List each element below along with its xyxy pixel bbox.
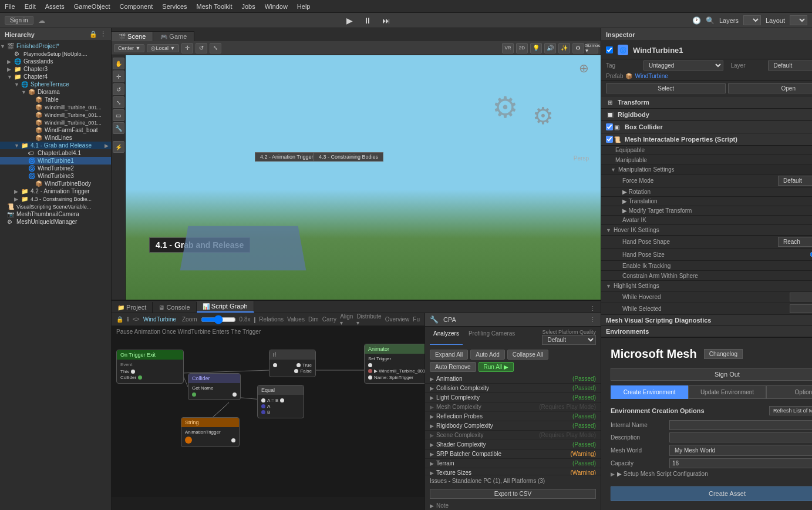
step-button[interactable]: ⏭ [379, 16, 394, 25]
box-collider-enabled[interactable] [606, 123, 613, 130]
hand-pose-shape-select[interactable]: Reach [778, 237, 812, 247]
platform-quality-select[interactable]: Default [542, 335, 596, 345]
tab-project[interactable]: 📁 Project [112, 302, 153, 313]
setup-mesh-script-row[interactable]: ▶ ▶ Setup Mesh Script Configuration [611, 471, 812, 477]
manipulation-settings-section[interactable]: ▼ Manipulation Settings [601, 165, 812, 175]
list-item[interactable]: 🌀 WindTurbine2 [0, 165, 111, 172]
list-item[interactable]: ▼ 📦 Diorama [0, 88, 111, 96]
tab-create-environment[interactable]: Create Environment [611, 385, 688, 399]
list-item[interactable]: ▶ 📁 4.3 - Constraining Bodie... [0, 195, 111, 203]
object-enabled-checkbox[interactable] [606, 46, 613, 53]
cpa-row-terrain[interactable]: ▶ Terrain (Passed) [425, 459, 601, 468]
highlight-settings-header[interactable]: ▼ Highlight Settings [601, 281, 812, 291]
menu-window[interactable]: Window [265, 3, 288, 10]
list-item[interactable]: ▶ 📁 4.2 - Animation Trigger [0, 187, 111, 195]
move-tool[interactable]: ✛ [181, 43, 193, 53]
cpa-row-light[interactable]: ▶ Light Complexity (Passed) [425, 393, 601, 402]
graph-canvas[interactable]: Pause Animation Once WindTurbine Enters … [112, 326, 424, 497]
local-dropdown[interactable]: ◎Local ▼ [147, 44, 179, 52]
list-item[interactable]: ▼ 📁 4.1 - Grab and Release ▶ [0, 142, 111, 149]
tab-scene[interactable]: 🎬 Scene [112, 31, 153, 41]
tab-options[interactable]: Options [766, 385, 812, 399]
layers-dropdown[interactable] [743, 15, 761, 25]
menu-services[interactable]: Services [162, 3, 187, 10]
align-dropdown[interactable]: Align ▾ [340, 313, 353, 326]
translation-field[interactable]: ▶ Translation [601, 197, 812, 206]
environments-header[interactable]: Environments ⋮ [601, 326, 812, 337]
rect-tool-btn[interactable]: ▭ [113, 109, 124, 121]
tab-game[interactable]: 🎮 Game [153, 31, 194, 41]
list-item[interactable]: ▶ 📁 Chapter3 [0, 65, 111, 73]
list-item[interactable]: ▶ 🌐 Grasslands [0, 58, 111, 65]
fx-icon[interactable]: ✨ [558, 43, 570, 53]
fu-label[interactable]: Fu [413, 316, 420, 323]
list-item[interactable]: ▼ 📁 Chapter4 [0, 73, 111, 80]
cpa-row-srp[interactable]: ▶ SRP Batcher Compatible (Warning) [425, 449, 601, 459]
capacity-input[interactable] [669, 458, 812, 468]
layer-select[interactable]: Default [768, 61, 812, 71]
node-on-trigger-exit[interactable]: On Trigger Exit Event This [116, 350, 184, 384]
box-collider-component-header[interactable]: ▣ Box Collider ⚙ ? ⋮ [601, 121, 812, 133]
extra-tool-btn[interactable]: ⚡ [113, 141, 124, 153]
overview-label[interactable]: Overview [385, 316, 410, 323]
light-icon[interactable]: 💡 [530, 43, 542, 53]
cpa-row-scene[interactable]: ▶ Scene Complexity (Requires Play Mode) [425, 431, 601, 440]
collapse-all-button[interactable]: Collapse All [507, 350, 548, 360]
cpa-row-reflection[interactable]: ▶ Reflection Probes (Passed) [425, 412, 601, 421]
menu-help[interactable]: Help [297, 3, 311, 10]
refresh-list-button[interactable]: Refresh List of Mesh Worlds [769, 406, 812, 415]
scale-tool[interactable]: ⤡ [210, 43, 221, 53]
object-name[interactable]: WindTurbine1 [633, 46, 812, 55]
tab-update-environment[interactable]: Update Environment [688, 385, 766, 399]
tab-profiling-cameras[interactable]: Profiling Cameras [465, 329, 518, 345]
mesh-interactable-header[interactable]: 📜 Mesh Interactable Properties (Script) … [601, 133, 812, 146]
mesh-visual-scripting-header[interactable]: Mesh Visual Scripting Diagnostics ⋮ [601, 315, 812, 326]
rotation-field[interactable]: ▶ Rotation [601, 187, 812, 197]
cpa-row-texture[interactable]: ▶ Texture Sizes (Warning) [425, 468, 601, 475]
list-item[interactable]: 🌀 WindTurbine3 [0, 172, 111, 180]
menu-edit[interactable]: Edit [25, 3, 36, 10]
cpa-row-animation[interactable]: ▶ Animation (Passed) [425, 374, 601, 384]
open-button[interactable]: Open [728, 83, 812, 93]
list-item[interactable]: 📦 WindLines [0, 134, 111, 142]
audio-icon[interactable]: 🔊 [544, 43, 556, 53]
node-collider-get-name[interactable]: Collider Get Name [188, 373, 241, 400]
overlay-animation-trigger[interactable]: 4.2 - Animation Trigger [255, 152, 319, 162]
scene-settings[interactable]: ⚙ [572, 43, 584, 53]
internal-name-input[interactable] [669, 420, 812, 430]
pause-button[interactable]: ⏸ [360, 16, 375, 25]
list-item[interactable]: 📜 VisualScripting SceneVariable... [0, 203, 111, 210]
select-button[interactable]: Select [606, 83, 726, 93]
list-item[interactable]: 📦 WindTurbineBody [0, 180, 111, 187]
bottom-menu-icon[interactable]: ⋮ [589, 305, 596, 313]
node-animator-set-trigger[interactable]: Animator Set Trigger [364, 344, 424, 384]
list-item[interactable]: 📦 Table [0, 96, 111, 103]
list-item[interactable]: 📦 WindFarmFast_boat [0, 126, 111, 134]
hierarchy-menu-icon[interactable]: ⋮ [100, 31, 106, 38]
tab-console[interactable]: 🖥 Console [153, 302, 196, 313]
tab-script-graph[interactable]: 📊 Script Graph [197, 301, 254, 313]
list-item[interactable]: ⚙ MeshUniqueldManager [0, 218, 111, 226]
while-hovered-input[interactable] [790, 293, 812, 301]
hand-pose-size-slider[interactable] [810, 250, 812, 259]
create-asset-button[interactable]: Create Asset [611, 486, 812, 501]
mesh-world-select[interactable]: My Mesh World [669, 445, 812, 456]
tab-analyzers[interactable]: Analyzers [430, 329, 463, 345]
node-string-animation[interactable]: String AnimationTrigger [181, 417, 240, 447]
list-item[interactable]: ⚙ PlaymodeSetup [NoUplo.... [0, 50, 111, 58]
transform-component-header[interactable]: ⊞ Transform ⚙ ? ⋮ [601, 96, 812, 109]
layout-dropdown[interactable] [790, 15, 807, 25]
run-all-button[interactable]: Run All ▶ [479, 362, 514, 372]
menu-jobs[interactable]: Jobs [241, 3, 255, 10]
auto-add-button[interactable]: Auto Add [470, 350, 505, 360]
list-item[interactable]: ▼ 🌐 SphereTerrace [0, 80, 111, 88]
rotate-tool[interactable]: ↺ [196, 43, 207, 53]
menu-component[interactable]: Component [119, 3, 153, 10]
expand-all-button[interactable]: Expand All [430, 350, 468, 360]
2d-toggle[interactable]: 2D [516, 43, 528, 53]
list-item[interactable]: 📦 Windmill_Turbine_001... [0, 103, 111, 111]
scale-tool-btn[interactable]: ⤡ [113, 96, 124, 108]
hand-tool[interactable]: ✋ [113, 58, 124, 69]
menu-file[interactable]: File [5, 3, 15, 10]
list-item[interactable]: 📷 MeshThumbnailCamera [0, 210, 111, 218]
